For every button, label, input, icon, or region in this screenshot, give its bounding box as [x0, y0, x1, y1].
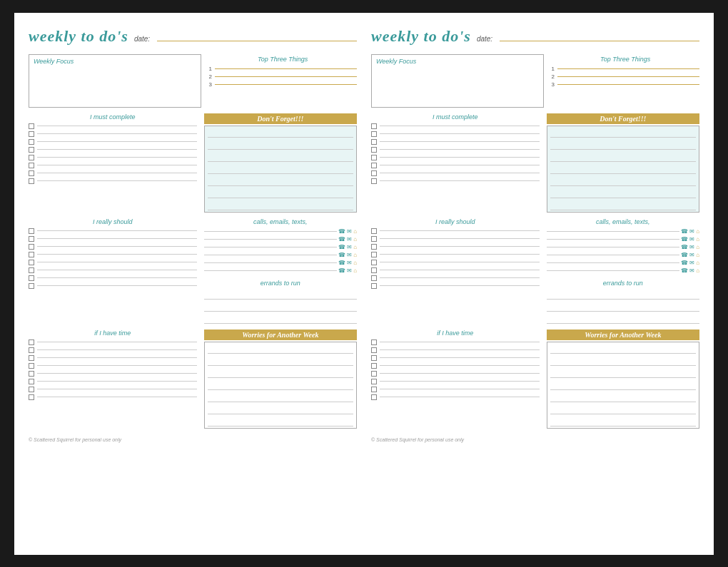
dont-forget-right-col: Don't Forget!!!: [204, 113, 357, 213]
if-time-left-col: if I have time: [29, 330, 197, 429]
mail-icon: ✉: [347, 252, 352, 258]
cb-rs-6: [29, 267, 197, 273]
cb-must-8: [29, 178, 197, 184]
numbered-line-1-left: 1: [208, 66, 357, 72]
if-time-header-left: if I have time: [29, 330, 197, 337]
top-three-box-right: Top Three Things 1 2 3: [551, 54, 699, 108]
numbered-line-2-right: 2: [551, 73, 699, 80]
errands-lines-right: [547, 290, 699, 324]
cb-must-2: [29, 131, 197, 137]
dont-forget-header-left: Don't Forget!!!: [204, 113, 357, 124]
home-icon: ⌂: [353, 260, 357, 266]
dont-forget-box-right: [547, 126, 699, 213]
top-section-left: Weekly Focus Top Three Things 1 2 3: [29, 54, 357, 108]
cb-it-7: [29, 387, 197, 392]
really-should-right-left-col: I really should: [371, 218, 540, 324]
cb-it-3: [29, 355, 197, 361]
date-line-left: [157, 41, 357, 41]
phone-icon: ☎: [338, 252, 345, 258]
title-row-right: weekly to do's date:: [371, 27, 699, 46]
phone-icon: ☎: [338, 236, 345, 242]
weekly-focus-box-right[interactable]: Weekly Focus: [371, 54, 544, 108]
mail-icon: ✉: [347, 267, 352, 274]
worries-header-left: Worries for Another Week: [204, 330, 357, 340]
phone-icon: ☎: [338, 260, 345, 266]
numbered-line-2-left: 2: [208, 73, 357, 80]
title-right: weekly to do's: [371, 27, 471, 46]
title-left: weekly to do's: [29, 27, 128, 46]
phone-icon: ☎: [338, 228, 345, 235]
calls-right-col: calls, emails, texts, ☎✉⌂ ☎✉⌂ ☎✉⌂ ☎✉⌂ ☎✉…: [204, 218, 357, 324]
dont-forget-box-left: [204, 126, 357, 213]
worries-right-col: Worries for Another Week: [204, 330, 357, 429]
home-icon: ⌂: [353, 236, 357, 242]
calls-section-right: ☎✉⌂ ☎✉⌂ ☎✉⌂ ☎✉⌂ ☎✉⌂ ☎✉⌂: [547, 228, 699, 274]
weekly-focus-box-left[interactable]: Weekly Focus: [29, 54, 201, 108]
numbered-line-3-left: 3: [208, 81, 357, 88]
watermark-right: © Scattered Squirrel for personal use on…: [371, 437, 699, 442]
dont-forget-right-right-col: Don't Forget!!!: [547, 113, 699, 213]
home-icon: ⌂: [353, 267, 357, 274]
top-section-right: Weekly Focus Top Three Things 1 2 3: [371, 54, 699, 108]
phone-icon: ☎: [338, 267, 345, 274]
cb-it-4: [29, 363, 197, 369]
left-panel: weekly to do's date: Weekly Focus Top Th…: [29, 27, 357, 541]
weekly-focus-label-right: Weekly Focus: [376, 58, 539, 65]
cb-rs-8: [29, 283, 197, 289]
dont-forget-header-right: Don't Forget!!!: [547, 113, 699, 124]
errands-header-right: errands to run: [547, 280, 699, 287]
cb-rs-2: [29, 236, 197, 242]
top-three-box-left: Top Three Things 1 2 3: [208, 54, 357, 108]
worries-right-right-col: Worries for Another Week: [547, 330, 699, 429]
numbered-line-1-right: 1: [551, 66, 699, 72]
cb-must-5: [29, 155, 197, 160]
cb-must-4: [29, 147, 197, 153]
really-should-left-col: I really should: [29, 218, 197, 324]
calls-section-left: ☎✉⌂ ☎✉⌂ ☎✉⌂ ☎✉⌂ ☎✉⌂ ☎✉⌂: [204, 228, 357, 274]
if-time-right-left-col: if I have time: [371, 330, 540, 429]
home-icon: ⌂: [353, 244, 357, 250]
if-time-section-right: if I have time Worries for Another Week: [371, 330, 699, 429]
if-time-header-right: if I have time: [371, 330, 540, 337]
calls-header-right: calls, emails, texts,: [547, 218, 699, 225]
cb-it-6: [29, 379, 197, 384]
cb-rs-7: [29, 275, 197, 281]
really-should-header-right: I really should: [371, 218, 540, 225]
page-wrapper: weekly to do's date: Weekly Focus Top Th…: [14, 13, 714, 555]
really-should-section-right: I really should calls, emails, texts, ☎✉…: [371, 218, 699, 324]
errands-lines-left: [204, 290, 357, 324]
cb-it-1: [29, 339, 197, 345]
worries-box-right: [547, 342, 699, 429]
really-should-section-left: I really should calls, emails, texts, ☎✉…: [29, 218, 357, 324]
worries-box-left: [204, 342, 357, 429]
home-icon: ⌂: [353, 252, 357, 258]
cb-must-3: [29, 139, 197, 145]
cb-rs-4: [29, 252, 197, 257]
cb-rs-5: [29, 260, 197, 265]
right-panel: weekly to do's date: Weekly Focus Top Th…: [371, 27, 699, 541]
cb-rs-1: [29, 228, 197, 234]
home-icon: ⌂: [353, 228, 357, 235]
must-complete-section-left: I must complete Don't Forget!!!: [29, 113, 357, 213]
must-complete-right-left-col: I must complete: [371, 113, 540, 213]
top-three-title-left: Top Three Things: [208, 56, 357, 63]
mail-icon: ✉: [347, 244, 352, 250]
really-should-header-left: I really should: [29, 218, 197, 225]
watermark-left: © Scattered Squirrel for personal use on…: [29, 437, 357, 442]
worries-header-right: Worries for Another Week: [547, 330, 699, 340]
mail-icon: ✉: [347, 236, 352, 242]
must-complete-header-left: I must complete: [29, 113, 197, 121]
mail-icon: ✉: [347, 260, 352, 266]
cb-must-7: [29, 170, 197, 176]
calls-right-right-col: calls, emails, texts, ☎✉⌂ ☎✉⌂ ☎✉⌂ ☎✉⌂ ☎✉…: [547, 218, 699, 324]
weekly-focus-label-left: Weekly Focus: [34, 58, 196, 65]
numbered-line-3-right: 3: [551, 81, 699, 88]
calls-header-left: calls, emails, texts,: [204, 218, 357, 225]
cb-rs-3: [29, 244, 197, 250]
cb-it-8: [29, 394, 197, 400]
date-label-right: date:: [477, 35, 492, 43]
phone-icon: ☎: [338, 244, 345, 250]
errands-header-left: errands to run: [204, 280, 357, 287]
must-complete-header-right: I must complete: [371, 113, 540, 121]
date-label-left: date:: [134, 35, 150, 43]
